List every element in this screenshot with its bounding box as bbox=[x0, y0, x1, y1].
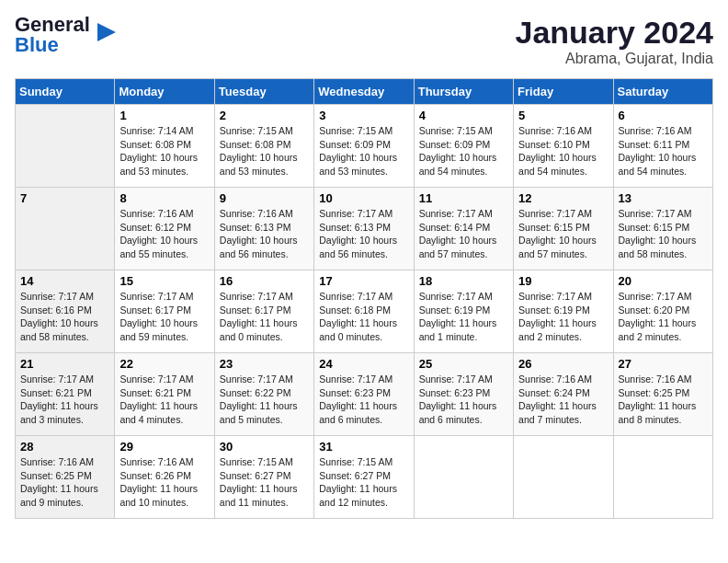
calendar-day-cell: 5Sunrise: 7:16 AMSunset: 6:10 PMDaylight… bbox=[514, 105, 613, 188]
calendar-day-cell: 27Sunrise: 7:16 AMSunset: 6:25 PMDayligh… bbox=[613, 353, 712, 436]
day-number: 18 bbox=[419, 274, 508, 288]
day-info: Sunrise: 7:15 AMSunset: 6:27 PMDaylight:… bbox=[319, 455, 408, 510]
calendar-day-cell: 16Sunrise: 7:17 AMSunset: 6:17 PMDayligh… bbox=[214, 270, 313, 353]
day-info: Sunrise: 7:17 AMSunset: 6:21 PMDaylight:… bbox=[119, 373, 209, 427]
calendar-day-cell: 25Sunrise: 7:17 AMSunset: 6:23 PMDayligh… bbox=[414, 353, 513, 436]
calendar-day-cell bbox=[514, 436, 613, 519]
day-number: 25 bbox=[419, 357, 508, 371]
day-number: 17 bbox=[319, 274, 408, 288]
day-number: 4 bbox=[419, 109, 508, 122]
calendar-day-cell: 22Sunrise: 7:17 AMSunset: 6:21 PMDayligh… bbox=[115, 353, 214, 436]
day-number: 11 bbox=[419, 191, 508, 205]
page-header: GeneralBlue January 2024 Abrama, Gujarat… bbox=[15, 15, 713, 67]
day-number: 9 bbox=[220, 191, 309, 205]
title-block: January 2024 Abrama, Gujarat, India bbox=[516, 15, 714, 67]
weekday-header: Wednesday bbox=[314, 79, 414, 105]
calendar-day-cell: 29Sunrise: 7:16 AMSunset: 6:26 PMDayligh… bbox=[115, 436, 214, 519]
day-number: 29 bbox=[119, 440, 209, 454]
calendar-day-cell: 10Sunrise: 7:17 AMSunset: 6:13 PMDayligh… bbox=[314, 188, 414, 270]
day-info: Sunrise: 7:17 AMSunset: 6:16 PMDaylight:… bbox=[20, 290, 109, 344]
day-number: 2 bbox=[220, 109, 309, 122]
day-info: Sunrise: 7:16 AMSunset: 6:26 PMDaylight:… bbox=[119, 455, 209, 510]
calendar-day-cell: 21Sunrise: 7:17 AMSunset: 6:21 PMDayligh… bbox=[16, 353, 115, 436]
calendar-day-cell: 23Sunrise: 7:17 AMSunset: 6:22 PMDayligh… bbox=[214, 353, 313, 436]
day-info: Sunrise: 7:17 AMSunset: 6:22 PMDaylight:… bbox=[220, 373, 309, 427]
calendar-day-cell: 15Sunrise: 7:17 AMSunset: 6:17 PMDayligh… bbox=[115, 270, 214, 353]
logo-text: GeneralBlue bbox=[15, 15, 90, 55]
calendar-day-cell: 3Sunrise: 7:15 AMSunset: 6:09 PMDaylight… bbox=[314, 105, 414, 188]
day-number: 23 bbox=[220, 357, 309, 371]
day-number: 7 bbox=[20, 191, 109, 205]
day-info: Sunrise: 7:15 AMSunset: 6:09 PMDaylight:… bbox=[319, 124, 408, 178]
day-info: Sunrise: 7:16 AMSunset: 6:10 PMDaylight:… bbox=[518, 124, 608, 178]
day-info: Sunrise: 7:17 AMSunset: 6:13 PMDaylight:… bbox=[319, 207, 408, 261]
calendar-day-cell bbox=[16, 105, 115, 188]
page-title: January 2024 bbox=[516, 15, 714, 51]
day-info: Sunrise: 7:17 AMSunset: 6:19 PMDaylight:… bbox=[518, 290, 608, 344]
calendar-week-row: 14Sunrise: 7:17 AMSunset: 6:16 PMDayligh… bbox=[16, 270, 713, 353]
day-info: Sunrise: 7:17 AMSunset: 6:23 PMDaylight:… bbox=[419, 373, 508, 427]
day-info: Sunrise: 7:16 AMSunset: 6:25 PMDaylight:… bbox=[619, 373, 708, 427]
day-info: Sunrise: 7:16 AMSunset: 6:24 PMDaylight:… bbox=[518, 373, 608, 427]
day-number: 12 bbox=[518, 191, 608, 205]
calendar-day-cell: 13Sunrise: 7:17 AMSunset: 6:15 PMDayligh… bbox=[613, 188, 712, 270]
day-info: Sunrise: 7:15 AMSunset: 6:27 PMDaylight:… bbox=[220, 455, 309, 510]
day-number: 26 bbox=[518, 357, 608, 371]
calendar-week-row: 78Sunrise: 7:16 AMSunset: 6:12 PMDayligh… bbox=[16, 188, 713, 270]
day-number: 15 bbox=[119, 274, 209, 288]
day-info: Sunrise: 7:17 AMSunset: 6:15 PMDaylight:… bbox=[518, 207, 608, 261]
day-number: 31 bbox=[319, 440, 408, 454]
day-info: Sunrise: 7:17 AMSunset: 6:21 PMDaylight:… bbox=[20, 373, 109, 427]
day-number: 30 bbox=[220, 440, 309, 454]
calendar-day-cell: 4Sunrise: 7:15 AMSunset: 6:09 PMDaylight… bbox=[414, 105, 513, 188]
day-info: Sunrise: 7:17 AMSunset: 6:14 PMDaylight:… bbox=[419, 207, 508, 261]
page-subtitle: Abrama, Gujarat, India bbox=[516, 51, 714, 67]
day-number: 8 bbox=[119, 191, 209, 205]
day-number: 16 bbox=[220, 274, 309, 288]
day-number: 13 bbox=[619, 191, 708, 205]
day-number: 3 bbox=[319, 109, 408, 122]
day-number: 28 bbox=[20, 440, 109, 454]
calendar-day-cell: 7 bbox=[16, 188, 115, 270]
day-number: 10 bbox=[319, 191, 408, 205]
day-info: Sunrise: 7:16 AMSunset: 6:25 PMDaylight:… bbox=[20, 455, 109, 510]
logo-arrow-icon bbox=[94, 19, 119, 45]
weekday-header: Sunday bbox=[16, 79, 115, 105]
calendar-body: 1Sunrise: 7:14 AMSunset: 6:08 PMDaylight… bbox=[16, 105, 713, 519]
day-info: Sunrise: 7:17 AMSunset: 6:23 PMDaylight:… bbox=[319, 373, 408, 427]
day-info: Sunrise: 7:16 AMSunset: 6:11 PMDaylight:… bbox=[619, 124, 708, 178]
weekday-header: Monday bbox=[115, 79, 214, 105]
day-info: Sunrise: 7:15 AMSunset: 6:08 PMDaylight:… bbox=[220, 124, 309, 178]
calendar-table: SundayMondayTuesdayWednesdayThursdayFrid… bbox=[15, 78, 713, 519]
day-info: Sunrise: 7:17 AMSunset: 6:17 PMDaylight:… bbox=[220, 290, 309, 344]
day-info: Sunrise: 7:17 AMSunset: 6:15 PMDaylight:… bbox=[619, 207, 708, 261]
day-info: Sunrise: 7:17 AMSunset: 6:17 PMDaylight:… bbox=[119, 290, 209, 344]
day-number: 14 bbox=[20, 274, 109, 288]
calendar-day-cell: 20Sunrise: 7:17 AMSunset: 6:20 PMDayligh… bbox=[613, 270, 712, 353]
calendar-day-cell: 12Sunrise: 7:17 AMSunset: 6:15 PMDayligh… bbox=[514, 188, 613, 270]
day-info: Sunrise: 7:17 AMSunset: 6:19 PMDaylight:… bbox=[419, 290, 508, 344]
day-number: 5 bbox=[518, 109, 608, 122]
calendar-day-cell: 24Sunrise: 7:17 AMSunset: 6:23 PMDayligh… bbox=[314, 353, 414, 436]
calendar-week-row: 21Sunrise: 7:17 AMSunset: 6:21 PMDayligh… bbox=[16, 353, 713, 436]
day-info: Sunrise: 7:17 AMSunset: 6:20 PMDaylight:… bbox=[619, 290, 708, 344]
day-info: Sunrise: 7:16 AMSunset: 6:13 PMDaylight:… bbox=[220, 207, 309, 261]
day-number: 21 bbox=[20, 357, 109, 371]
calendar-header-row: SundayMondayTuesdayWednesdayThursdayFrid… bbox=[16, 79, 713, 105]
calendar-day-cell: 31Sunrise: 7:15 AMSunset: 6:27 PMDayligh… bbox=[314, 436, 414, 519]
calendar-day-cell: 26Sunrise: 7:16 AMSunset: 6:24 PMDayligh… bbox=[514, 353, 613, 436]
calendar-day-cell: 2Sunrise: 7:15 AMSunset: 6:08 PMDaylight… bbox=[214, 105, 313, 188]
day-info: Sunrise: 7:17 AMSunset: 6:18 PMDaylight:… bbox=[319, 290, 408, 344]
weekday-header: Friday bbox=[514, 79, 613, 105]
day-info: Sunrise: 7:15 AMSunset: 6:09 PMDaylight:… bbox=[419, 124, 508, 178]
calendar-day-cell: 11Sunrise: 7:17 AMSunset: 6:14 PMDayligh… bbox=[414, 188, 513, 270]
calendar-day-cell: 28Sunrise: 7:16 AMSunset: 6:25 PMDayligh… bbox=[16, 436, 115, 519]
svg-marker-0 bbox=[97, 23, 116, 41]
day-number: 22 bbox=[119, 357, 209, 371]
weekday-header: Tuesday bbox=[214, 79, 313, 105]
day-number: 19 bbox=[518, 274, 608, 288]
calendar-day-cell bbox=[414, 436, 513, 519]
weekday-header: Thursday bbox=[414, 79, 513, 105]
day-info: Sunrise: 7:14 AMSunset: 6:08 PMDaylight:… bbox=[119, 124, 209, 178]
day-number: 27 bbox=[619, 357, 708, 371]
